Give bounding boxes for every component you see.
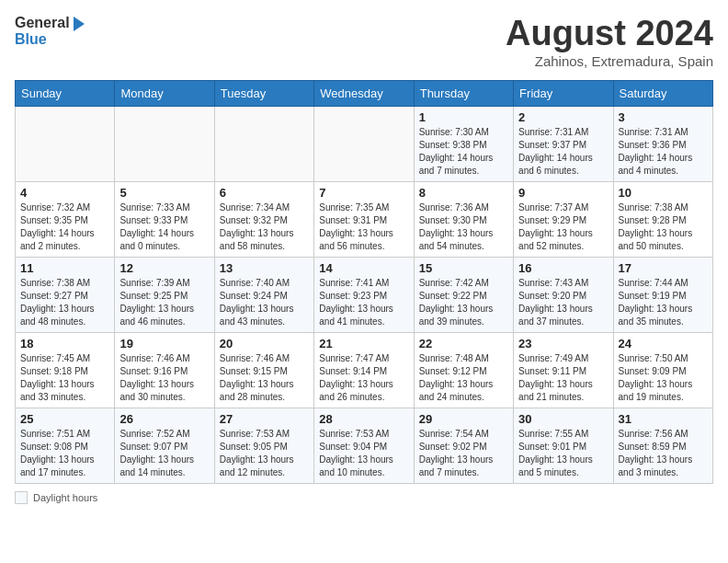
day-info: Sunrise: 7:38 AM Sunset: 9:28 PM Dayligh… <box>619 201 708 253</box>
day-number: 2 <box>518 110 608 124</box>
footer-note: Daylight hours <box>15 491 713 504</box>
daylight-label: Daylight hours <box>33 492 97 503</box>
calendar-cell <box>16 106 115 181</box>
day-number: 18 <box>20 337 109 350</box>
calendar-table: SundayMondayTuesdayWednesdayThursdayFrid… <box>15 80 713 484</box>
day-number: 8 <box>419 186 508 200</box>
day-info: Sunrise: 7:37 AM Sunset: 9:29 PM Dayligh… <box>518 201 608 253</box>
calendar-cell: 7 Sunrise: 7:35 AM Sunset: 9:31 PM Dayli… <box>314 181 414 257</box>
calendar-week-row: 25 Sunrise: 7:51 AM Sunset: 9:08 PM Dayl… <box>16 408 713 483</box>
calendar-cell: 11 Sunrise: 7:38 AM Sunset: 9:27 PM Dayl… <box>16 257 115 332</box>
calendar-cell: 6 Sunrise: 7:34 AM Sunset: 9:32 PM Dayli… <box>214 181 313 257</box>
title-area: August 2024 Zahinos, Extremadura, Spain <box>506 15 713 69</box>
day-info: Sunrise: 7:38 AM Sunset: 9:27 PM Dayligh… <box>20 277 109 328</box>
day-info: Sunrise: 7:46 AM Sunset: 9:16 PM Dayligh… <box>119 352 209 404</box>
day-info: Sunrise: 7:45 AM Sunset: 9:18 PM Dayligh… <box>20 352 109 404</box>
day-number: 20 <box>220 337 309 350</box>
day-info: Sunrise: 7:55 AM Sunset: 9:01 PM Dayligh… <box>518 428 608 479</box>
calendar-week-row: 1 Sunrise: 7:30 AM Sunset: 9:38 PM Dayli… <box>16 106 713 181</box>
day-number: 13 <box>220 261 309 275</box>
day-number: 17 <box>619 261 708 275</box>
day-number: 21 <box>319 337 408 350</box>
calendar-cell: 15 Sunrise: 7:42 AM Sunset: 9:22 PM Dayl… <box>414 257 513 332</box>
calendar-cell: 3 Sunrise: 7:31 AM Sunset: 9:36 PM Dayli… <box>613 106 712 181</box>
calendar-day-header: Sunday <box>16 80 115 106</box>
day-number: 15 <box>419 261 508 275</box>
calendar-cell: 10 Sunrise: 7:38 AM Sunset: 9:28 PM Dayl… <box>613 181 712 257</box>
calendar-cell <box>115 106 214 181</box>
day-info: Sunrise: 7:40 AM Sunset: 9:24 PM Dayligh… <box>220 277 309 328</box>
day-number: 10 <box>619 186 708 200</box>
logo-general: General <box>15 15 85 31</box>
day-number: 3 <box>619 110 708 124</box>
day-number: 25 <box>20 412 109 426</box>
day-number: 11 <box>20 261 109 275</box>
calendar-cell: 30 Sunrise: 7:55 AM Sunset: 9:01 PM Dayl… <box>514 408 613 483</box>
day-number: 31 <box>619 412 708 426</box>
day-info: Sunrise: 7:43 AM Sunset: 9:20 PM Dayligh… <box>518 277 608 328</box>
day-info: Sunrise: 7:36 AM Sunset: 9:30 PM Dayligh… <box>419 201 508 253</box>
calendar-header-row: SundayMondayTuesdayWednesdayThursdayFrid… <box>16 80 713 106</box>
calendar-cell: 8 Sunrise: 7:36 AM Sunset: 9:30 PM Dayli… <box>414 181 513 257</box>
calendar-cell: 28 Sunrise: 7:53 AM Sunset: 9:04 PM Dayl… <box>314 408 414 483</box>
calendar-cell: 27 Sunrise: 7:53 AM Sunset: 9:05 PM Dayl… <box>214 408 313 483</box>
day-number: 28 <box>319 412 408 426</box>
day-info: Sunrise: 7:52 AM Sunset: 9:07 PM Dayligh… <box>119 428 209 479</box>
day-info: Sunrise: 7:47 AM Sunset: 9:14 PM Dayligh… <box>319 352 408 404</box>
day-info: Sunrise: 7:31 AM Sunset: 9:36 PM Dayligh… <box>619 126 708 178</box>
calendar-week-row: 18 Sunrise: 7:45 AM Sunset: 9:18 PM Dayl… <box>16 332 713 408</box>
day-number: 19 <box>119 337 209 350</box>
day-number: 1 <box>419 110 508 124</box>
header: General Blue August 2024 Zahinos, Extrem… <box>15 15 713 69</box>
calendar-cell: 24 Sunrise: 7:50 AM Sunset: 9:09 PM Dayl… <box>613 332 712 408</box>
calendar-cell: 23 Sunrise: 7:49 AM Sunset: 9:11 PM Dayl… <box>514 332 613 408</box>
day-info: Sunrise: 7:39 AM Sunset: 9:25 PM Dayligh… <box>119 277 209 328</box>
calendar-cell: 18 Sunrise: 7:45 AM Sunset: 9:18 PM Dayl… <box>16 332 115 408</box>
calendar-day-header: Friday <box>514 80 613 106</box>
calendar-cell: 21 Sunrise: 7:47 AM Sunset: 9:14 PM Dayl… <box>314 332 414 408</box>
day-info: Sunrise: 7:49 AM Sunset: 9:11 PM Dayligh… <box>518 352 608 404</box>
day-number: 27 <box>220 412 309 426</box>
calendar-cell: 22 Sunrise: 7:48 AM Sunset: 9:12 PM Dayl… <box>414 332 513 408</box>
calendar-cell: 17 Sunrise: 7:44 AM Sunset: 9:19 PM Dayl… <box>613 257 712 332</box>
day-number: 12 <box>119 261 209 275</box>
calendar-cell <box>214 106 313 181</box>
day-number: 30 <box>518 412 608 426</box>
calendar-day-header: Thursday <box>414 80 513 106</box>
calendar-cell: 2 Sunrise: 7:31 AM Sunset: 9:37 PM Dayli… <box>514 106 613 181</box>
calendar-day-header: Tuesday <box>214 80 313 106</box>
calendar-cell: 5 Sunrise: 7:33 AM Sunset: 9:33 PM Dayli… <box>115 181 214 257</box>
calendar-cell <box>314 106 414 181</box>
day-number: 6 <box>220 186 309 200</box>
day-info: Sunrise: 7:33 AM Sunset: 9:33 PM Dayligh… <box>119 201 209 253</box>
day-info: Sunrise: 7:50 AM Sunset: 9:09 PM Dayligh… <box>619 352 708 404</box>
day-info: Sunrise: 7:53 AM Sunset: 9:04 PM Dayligh… <box>319 428 408 479</box>
day-number: 26 <box>119 412 209 426</box>
day-info: Sunrise: 7:41 AM Sunset: 9:23 PM Dayligh… <box>319 277 408 328</box>
day-info: Sunrise: 7:46 AM Sunset: 9:15 PM Dayligh… <box>220 352 309 404</box>
calendar-week-row: 11 Sunrise: 7:38 AM Sunset: 9:27 PM Dayl… <box>16 257 713 332</box>
day-number: 4 <box>20 186 109 200</box>
calendar-cell: 20 Sunrise: 7:46 AM Sunset: 9:15 PM Dayl… <box>214 332 313 408</box>
day-info: Sunrise: 7:31 AM Sunset: 9:37 PM Dayligh… <box>518 126 608 178</box>
day-info: Sunrise: 7:44 AM Sunset: 9:19 PM Dayligh… <box>619 277 708 328</box>
calendar-day-header: Wednesday <box>314 80 414 106</box>
day-number: 29 <box>419 412 508 426</box>
day-info: Sunrise: 7:42 AM Sunset: 9:22 PM Dayligh… <box>419 277 508 328</box>
calendar-cell: 4 Sunrise: 7:32 AM Sunset: 9:35 PM Dayli… <box>16 181 115 257</box>
location-subtitle: Zahinos, Extremadura, Spain <box>506 53 713 69</box>
day-number: 16 <box>518 261 608 275</box>
calendar-cell: 26 Sunrise: 7:52 AM Sunset: 9:07 PM Dayl… <box>115 408 214 483</box>
day-info: Sunrise: 7:56 AM Sunset: 8:59 PM Dayligh… <box>619 428 708 479</box>
day-number: 9 <box>518 186 608 200</box>
day-number: 23 <box>518 337 608 350</box>
calendar-week-row: 4 Sunrise: 7:32 AM Sunset: 9:35 PM Dayli… <box>16 181 713 257</box>
day-number: 24 <box>619 337 708 350</box>
daylight-color-box <box>15 491 28 504</box>
day-info: Sunrise: 7:30 AM Sunset: 9:38 PM Dayligh… <box>419 126 508 178</box>
calendar-cell: 1 Sunrise: 7:30 AM Sunset: 9:38 PM Dayli… <box>414 106 513 181</box>
day-info: Sunrise: 7:35 AM Sunset: 9:31 PM Dayligh… <box>319 201 408 253</box>
calendar-cell: 16 Sunrise: 7:43 AM Sunset: 9:20 PM Dayl… <box>514 257 613 332</box>
day-number: 7 <box>319 186 408 200</box>
calendar-cell: 31 Sunrise: 7:56 AM Sunset: 8:59 PM Dayl… <box>613 408 712 483</box>
